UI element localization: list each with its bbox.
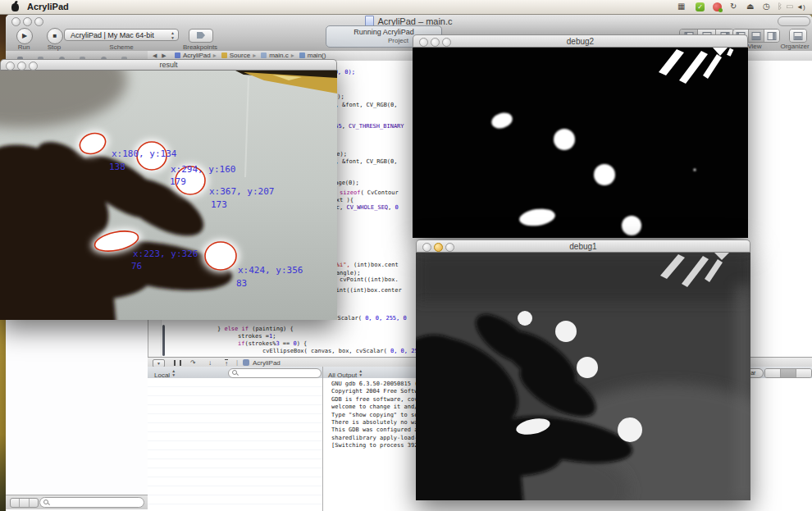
zoom-button[interactable] xyxy=(445,243,454,252)
scheme-label: Scheme xyxy=(109,43,133,51)
split-view-button[interactable] xyxy=(781,369,796,377)
console-only-button[interactable] xyxy=(796,369,811,377)
stop-button[interactable]: ■ xyxy=(47,28,63,44)
close-button[interactable] xyxy=(6,62,15,71)
separator: | xyxy=(236,358,238,367)
breadcrumb-separator: ▸ xyxy=(291,52,294,59)
close-button[interactable] xyxy=(419,38,428,47)
sync-menu-icon[interactable]: ↻ xyxy=(730,2,737,11)
navigator-filter-field[interactable] xyxy=(39,497,144,508)
console-line: GDB is free software, cov xyxy=(331,396,424,404)
result-window[interactable]: result xyxy=(0,59,337,320)
console-line: Copyright 2004 Free Softw xyxy=(331,388,424,395)
debug1-window-title: debug1 xyxy=(417,240,750,253)
fingertip-coordinate-label: x:424, y:356 xyxy=(238,265,303,276)
result-titlebar[interactable]: result xyxy=(0,59,337,71)
console-view-segmented[interactable] xyxy=(764,368,812,378)
search-icon xyxy=(43,500,50,506)
search-icon xyxy=(232,370,239,376)
organizer-label: Organizer xyxy=(780,43,809,50)
console-line: sharedlibrary apply-load- xyxy=(331,435,424,442)
time-machine-menu-icon[interactable]: ◷ xyxy=(763,2,770,11)
history-back-forward[interactable]: ◀ ▶ xyxy=(153,52,168,58)
desktop: AcryliPad – main.c ▶ Run ■ Stop AcryliPa… xyxy=(0,0,812,511)
breadcrumb-item[interactable]: Source xyxy=(230,52,250,59)
colors-menu-icon[interactable] xyxy=(713,2,722,11)
fullscreen-button[interactable] xyxy=(778,16,810,26)
debug-view-button[interactable] xyxy=(749,30,764,42)
minimize-button[interactable] xyxy=(17,62,26,71)
battery-menu-icon[interactable]: ▭ xyxy=(786,2,793,11)
breadcrumb-item[interactable]: AcryliPad xyxy=(183,52,211,59)
popup-arrows-icon: ▲▼ xyxy=(171,30,175,40)
console-line: welcome to change it and/ xyxy=(331,404,424,411)
apple-menu-icon[interactable] xyxy=(11,3,19,11)
utilities-view-button[interactable] xyxy=(764,30,779,42)
console-line: GNU gdb 6.3.50-20050815 ( xyxy=(331,381,424,388)
fingertip-coordinate-label: x:223, y:326 xyxy=(133,249,198,259)
fingertip-size-label: 173 xyxy=(211,199,227,210)
organizer-icon xyxy=(790,30,806,42)
spaces-menu-icon[interactable]: ▦ xyxy=(677,2,685,11)
detection-labels: x:180, y:134138x:294, y:160179x:367, y:2… xyxy=(0,71,337,320)
variables-filter-field[interactable] xyxy=(228,368,322,378)
console-line: Type "show copying" to se xyxy=(331,412,424,419)
breakpoints-label: Breakpoints xyxy=(183,43,217,51)
breadcrumb-item-icon xyxy=(175,52,180,58)
close-button[interactable] xyxy=(422,243,431,252)
result-image: x:180, y:134138x:294, y:160179x:367, y:2… xyxy=(0,71,337,320)
grayscale-image xyxy=(416,253,750,500)
breakpoint-icon xyxy=(197,32,205,39)
debug2-window[interactable]: debug2 xyxy=(413,34,748,238)
breadcrumb-item[interactable]: main() xyxy=(308,52,326,59)
fingertip-size-label: 179 xyxy=(170,176,186,187)
fingertip-coordinate-label: x:367, y:207 xyxy=(209,186,274,197)
minimize-button[interactable] xyxy=(434,243,443,252)
fingertip-size-label: 138 xyxy=(109,162,125,172)
stop-label: Stop xyxy=(48,43,61,51)
organizer-button[interactable] xyxy=(789,29,807,43)
zoom-button[interactable] xyxy=(442,38,451,47)
menu-bar: AcryliPad ▦ ✓ ↻ ⏏ ◷ ᛒ ▭ ◄) xyxy=(0,0,812,15)
breadcrumb-item-icon xyxy=(299,52,305,58)
eject-menu-icon[interactable]: ⏏ xyxy=(746,2,754,11)
navigator-filter-bar xyxy=(6,495,148,509)
breakpoints-toggle[interactable] xyxy=(189,29,213,43)
run-button[interactable]: ▶ xyxy=(16,28,33,44)
console-line: There is absolutely no wa xyxy=(331,419,424,427)
pause-button[interactable] xyxy=(174,360,181,366)
console-line: [Switching to process 392 xyxy=(331,442,424,449)
scheme-selector[interactable]: AcryliPad | My Mac 64-bit ▲▼ xyxy=(64,29,179,41)
console-output: GNU gdb 6.3.50-20050815 (Copyright 2004 … xyxy=(331,381,424,450)
threshold-image xyxy=(413,48,748,238)
pane-divider[interactable] xyxy=(322,367,323,511)
console-line: This GDB was configured a xyxy=(331,427,424,434)
bluetooth-menu-icon[interactable]: ᛒ xyxy=(778,2,782,11)
debug1-titlebar[interactable]: debug1 xyxy=(416,240,750,253)
app-menu-name[interactable]: AcryliPad xyxy=(27,2,69,11)
zoom-button[interactable] xyxy=(29,62,38,71)
breadcrumb-item[interactable]: main.c xyxy=(269,52,289,59)
activity-substatus: Project xyxy=(388,37,408,44)
variables-view[interactable] xyxy=(148,378,322,511)
minimize-button[interactable] xyxy=(431,38,440,47)
debug2-titlebar[interactable]: debug2 xyxy=(413,34,748,48)
navigator-filter-segmented[interactable] xyxy=(10,498,39,508)
breadcrumb-separator: ▸ xyxy=(213,52,217,59)
fingertip-size-label: 83 xyxy=(236,278,247,289)
volume-menu-icon[interactable]: ◄) xyxy=(796,3,805,11)
breadcrumb[interactable]: AcryliPad▸Source▸main.c▸main() xyxy=(170,52,326,59)
process-icon xyxy=(243,359,249,366)
debug1-window[interactable]: debug1 xyxy=(416,240,750,500)
debug2-window-title: debug2 xyxy=(413,35,747,48)
status-check-menu-icon[interactable]: ✓ xyxy=(696,2,705,11)
breadcrumb-separator: ▸ xyxy=(253,52,256,59)
fingertip-coordinate-label: x:180, y:134 xyxy=(112,148,176,159)
result-window-title: result xyxy=(1,60,336,71)
fingertip-coordinate-label: x:294, y:160 xyxy=(171,164,235,175)
variables-only-button[interactable] xyxy=(765,369,781,377)
fingertip-size-label: 76 xyxy=(131,261,142,271)
gutter-mark xyxy=(162,325,165,356)
breadcrumb-item-icon xyxy=(221,52,227,58)
run-label: Run xyxy=(18,43,30,51)
